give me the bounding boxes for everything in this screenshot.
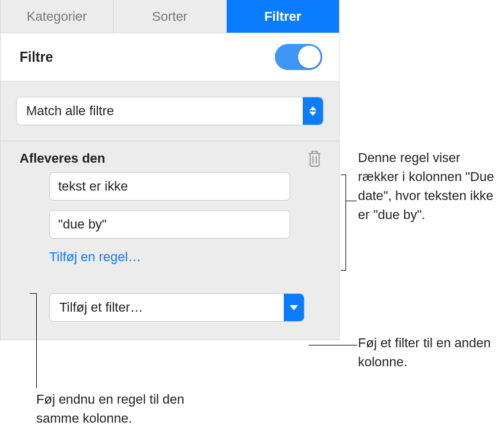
callout-bracket <box>341 175 346 271</box>
match-mode-label: Match alle filtre <box>26 103 114 119</box>
divider <box>1 141 339 141</box>
rule-condition-select[interactable]: tekst er ikke <box>49 172 290 201</box>
trash-icon <box>307 150 322 167</box>
callout-line <box>30 293 36 294</box>
filter-toggle[interactable] <box>275 44 322 70</box>
filter-panel: Kategorier Sorter Filtrer Filtre Match a… <box>0 0 340 340</box>
rule-value-input[interactable]: "due by" <box>49 210 290 239</box>
callout-line <box>309 345 357 345</box>
match-mode-select[interactable]: Match alle filtre <box>16 97 324 125</box>
add-rule-link[interactable]: Tilføj en regel… <box>16 249 324 265</box>
toggle-knob <box>298 46 321 68</box>
rule-fields: tekst er ikke "due by" <box>16 172 324 239</box>
filter-header: Filtre <box>1 33 339 81</box>
callout-line <box>36 293 37 388</box>
rule-value-text: "due by" <box>58 217 107 232</box>
tab-sort[interactable]: Sorter <box>113 0 226 33</box>
callout-line <box>346 201 357 201</box>
add-rule-callout: Føj endnu en regel til den samme kolonne… <box>36 390 202 428</box>
tabs: Kategorier Sorter Filtrer <box>1 0 339 33</box>
page-title: Filtre <box>20 49 53 65</box>
rule-header: Afleveres den <box>16 150 324 172</box>
stepper-icon <box>303 97 323 125</box>
rule-title: Afleveres den <box>20 151 105 166</box>
panel-body: Match alle filtre Afleveres den tekst er… <box>1 81 339 340</box>
add-filter-select[interactable]: Tilføj et filter… <box>49 293 305 322</box>
add-filter-callout: Føj et filter til en anden kolonne. <box>358 334 500 372</box>
tab-categories[interactable]: Kategorier <box>1 0 113 33</box>
add-filter-label: Tilføj et filter… <box>59 300 143 315</box>
rule-condition-label: tekst er ikke <box>58 179 128 194</box>
tab-filter[interactable]: Filtrer <box>227 0 339 33</box>
rule-description-callout: Denne regel viser rækker i kolonnen "Due… <box>358 148 500 224</box>
chevron-down-icon <box>284 294 304 321</box>
delete-rule-button[interactable] <box>307 150 322 167</box>
